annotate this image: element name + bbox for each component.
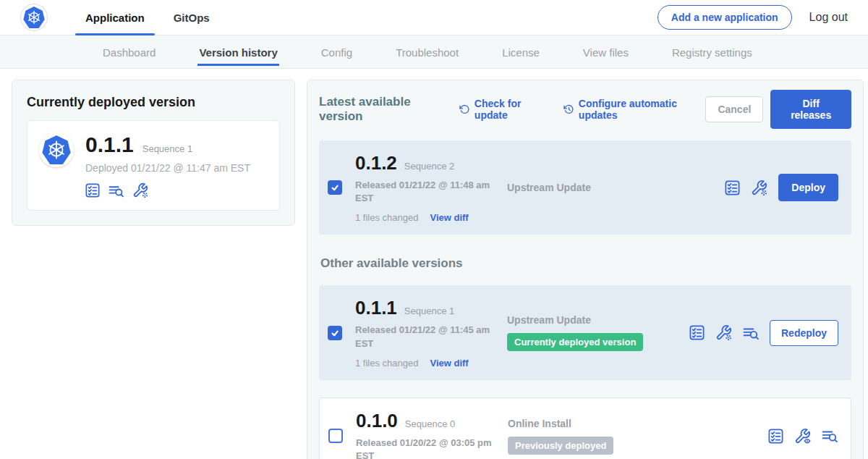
release-logs-icon[interactable] — [743, 325, 759, 341]
app-logo-heptagon — [42, 135, 71, 164]
files-changed-label: 1 files changed — [355, 212, 418, 223]
version-row-0-1-1: 0.1.1 Sequence 1 Released 01/21/22 @ 11:… — [319, 285, 851, 379]
top-navbar: Application GitOps Add a new application… — [0, 0, 868, 35]
other-versions-title: Other available versions — [320, 256, 851, 271]
subnav-tab-version-history[interactable]: Version history — [197, 38, 278, 66]
configure-automatic-updates-link[interactable]: Configure automatic updates — [563, 98, 705, 121]
latest-version-title: Latest available version — [319, 95, 445, 124]
checklist-icon[interactable] — [725, 180, 740, 195]
checklist-icon[interactable] — [85, 183, 100, 198]
check-icon — [331, 183, 339, 192]
kubernetes-wheel-icon — [45, 138, 68, 161]
release-logs-icon[interactable] — [109, 183, 124, 198]
subnav-tab-dashboard[interactable]: Dashboard — [101, 38, 157, 66]
version-sequence: Sequence 0 — [405, 418, 455, 429]
kubernetes-wheel-icon — [25, 9, 43, 26]
version-rows: 0.1.2 Sequence 2 Released 01/21/22 @ 11:… — [319, 140, 851, 459]
check-for-update-label: Check for update — [475, 98, 549, 121]
cancel-button[interactable]: Cancel — [705, 96, 763, 122]
subnav-tab-registry-settings[interactable]: Registry settings — [671, 38, 754, 66]
view-diff-link[interactable]: View diff — [430, 358, 468, 369]
currently-deployed-badge: Currently deployed version — [507, 333, 643, 351]
kubernetes-logo — [20, 4, 48, 31]
currently-deployed-card: 0.1.1 Sequence 1 Deployed 01/21/22 @ 11:… — [27, 120, 280, 211]
version-checkbox[interactable] — [328, 429, 343, 443]
version-released: Released 01/21/22 @ 11:48 am EST — [355, 179, 494, 205]
version-info: 0.1.0 Sequence 0 Released 01/20/22 @ 03:… — [356, 410, 508, 459]
version-source: Upstream Update Currently deployed versi… — [507, 314, 689, 351]
version-released: Released 01/20/22 @ 03:05 pm EST — [356, 437, 495, 459]
tab-application[interactable]: Application — [71, 0, 159, 35]
deployed-version-info: 0.1.1 Sequence 1 Deployed 01/21/22 @ 11:… — [85, 132, 250, 198]
version-checkbox[interactable] — [328, 326, 342, 340]
checklist-icon[interactable] — [768, 429, 783, 444]
files-changed-label: 1 files changed — [355, 358, 418, 369]
version-number: 0.1.0 — [356, 410, 398, 432]
subnav-tab-view-files[interactable]: View files — [582, 38, 630, 66]
edit-config-icon[interactable] — [132, 182, 148, 198]
subnav-tab-config[interactable]: Config — [320, 38, 354, 66]
release-logs-icon[interactable] — [822, 428, 838, 444]
add-new-application-button[interactable]: Add a new application — [658, 5, 792, 30]
redeploy-button[interactable]: Redeploy — [770, 320, 838, 346]
version-row-0-1-2: 0.1.2 Sequence 2 Released 01/21/22 @ 11:… — [319, 140, 851, 235]
configure-automatic-updates-label: Configure automatic updates — [579, 98, 706, 121]
version-row-0-1-0: 0.1.0 Sequence 0 Released 01/20/22 @ 03:… — [319, 397, 851, 459]
currently-deployed-panel: Currently deployed version 0.1.1 Sequenc… — [12, 80, 295, 226]
deployed-timestamp: Deployed 01/21/22 @ 11:47 am EST — [85, 162, 250, 174]
topnav-right: Add a new application Log out — [658, 5, 848, 30]
check-icon — [331, 329, 339, 337]
currently-deployed-title: Currently deployed version — [27, 95, 280, 110]
version-info: 0.1.1 Sequence 1 Released 01/21/22 @ 11:… — [355, 297, 507, 368]
deploy-button[interactable]: Deploy — [778, 174, 838, 201]
auto-update-clock-icon — [563, 104, 574, 115]
app-tabs: Application GitOps — [71, 0, 224, 35]
source-label: Upstream Update — [507, 182, 689, 193]
version-actions: Deploy — [725, 174, 838, 201]
kubernetes-logo-heptagon — [23, 7, 45, 28]
version-info: 0.1.2 Sequence 2 Released 01/21/22 @ 11:… — [355, 152, 507, 223]
version-source: Upstream Update — [507, 182, 689, 193]
view-config-icon[interactable] — [794, 428, 811, 445]
version-sequence: Sequence 2 — [404, 161, 454, 172]
app-subnav: Dashboard Version history Config Trouble… — [0, 35, 868, 69]
check-for-update-link[interactable]: Check for update — [459, 98, 549, 121]
deployed-version-actions — [85, 182, 250, 198]
subnav-tab-troubleshoot[interactable]: Troubleshoot — [394, 38, 460, 66]
edit-config-icon[interactable] — [715, 324, 732, 341]
deployed-version-number: 0.1.1 — [85, 132, 134, 157]
version-checkbox[interactable] — [328, 180, 342, 195]
tab-gitops[interactable]: GitOps — [159, 0, 224, 35]
version-actions — [768, 428, 838, 445]
checklist-icon[interactable] — [689, 325, 705, 340]
version-actions: Redeploy — [689, 320, 838, 346]
app-logo — [39, 132, 74, 167]
previously-deployed-badge: Previously deployed — [508, 437, 613, 455]
version-sequence: Sequence 1 — [404, 306, 454, 316]
main-content: Currently deployed version 0.1.1 Sequenc… — [0, 69, 868, 459]
logout-link[interactable]: Log out — [809, 11, 848, 24]
latest-version-header: Latest available version Check for updat… — [319, 90, 851, 129]
version-history-panel: Latest available version Check for updat… — [307, 80, 864, 459]
source-label: Upstream Update — [507, 314, 689, 326]
version-released: Released 01/21/22 @ 11:45 am EST — [355, 324, 494, 350]
refresh-icon — [459, 104, 469, 115]
source-label: Online Install — [508, 418, 690, 429]
subnav-tab-license[interactable]: License — [501, 38, 541, 66]
edit-config-icon[interactable] — [751, 180, 767, 196]
version-number: 0.1.1 — [355, 297, 397, 319]
version-source: Online Install Previously deployed — [508, 418, 690, 455]
version-number: 0.1.2 — [355, 152, 397, 174]
diff-releases-button[interactable]: Diff releases — [770, 90, 851, 129]
view-diff-link[interactable]: View diff — [430, 212, 468, 223]
deployed-version-sequence: Sequence 1 — [142, 143, 192, 154]
